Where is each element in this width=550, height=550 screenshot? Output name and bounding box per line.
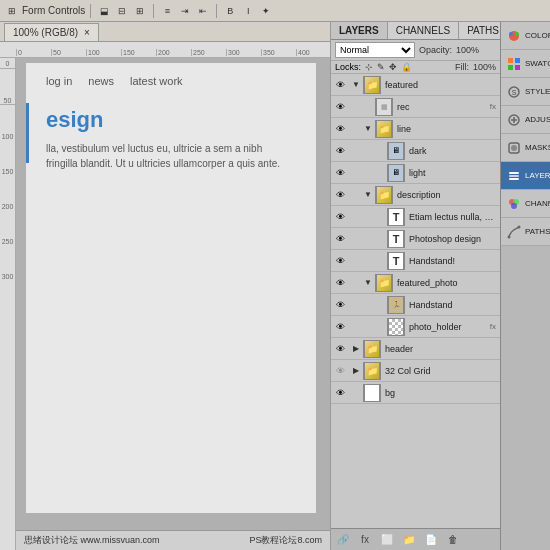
expand-icon[interactable]: ▼ (351, 80, 361, 90)
eye-icon[interactable]: 👁 (333, 166, 347, 180)
canvas-content[interactable]: log in news latest work esign lla, vesti… (16, 58, 330, 550)
eye-icon[interactable]: 👁 (333, 342, 347, 356)
tool-btn-adjust[interactable]: ADJUST (501, 106, 550, 134)
toolbar-justify[interactable]: ≡ (159, 3, 175, 19)
layer-name: Photoshop design (407, 234, 498, 244)
svg-point-1 (509, 32, 513, 36)
tool-btn-paths[interactable]: PATHS (501, 218, 550, 246)
fx-icon[interactable]: fx (357, 532, 373, 548)
eye-icon[interactable]: 👁 (333, 210, 347, 224)
layer-name: bg (383, 388, 498, 398)
toolbar-sep2 (153, 4, 154, 18)
lock-transparent-icon[interactable]: ⊹ (365, 62, 373, 72)
page-title: esign (26, 107, 316, 133)
toolbar-align-right[interactable]: ⊞ (132, 3, 148, 19)
layer-thumbnail: 📁 (375, 186, 393, 204)
status-bar: 思绪设计论坛 www.missvuan.com PS教程论坛8.com (16, 530, 330, 550)
layer-item[interactable]: 👁 ▦ rec fx (331, 96, 500, 118)
layer-item[interactable]: 👁 ▼ 📁 featured (331, 74, 500, 96)
toolbar-italic[interactable]: I (240, 3, 256, 19)
new-folder-icon[interactable]: 📁 (401, 532, 417, 548)
tab-close[interactable]: × (84, 27, 90, 38)
lock-pixels-icon[interactable]: ✎ (377, 62, 385, 72)
layer-item[interactable]: 👁 T Photoshop design (331, 228, 500, 250)
layer-thumbnail: 📁 (363, 362, 381, 380)
fill-label: Fill: (455, 62, 469, 72)
lock-position-icon[interactable]: ✥ (389, 62, 397, 72)
panel-tabs: LAYERS CHANNELS PATHS ▸ (331, 22, 500, 40)
toolbar-sep3 (216, 4, 217, 18)
layer-fx-badge: fx (490, 102, 496, 111)
layer-name: light (407, 168, 498, 178)
svg-point-21 (518, 225, 521, 228)
ruler-horizontal: 0 50 100 150 200 250 300 350 400 450 500 (0, 42, 330, 58)
toolbar-align-center[interactable]: ⊟ (114, 3, 130, 19)
layers-list[interactable]: 👁 ▼ 📁 featured 👁 ▦ rec fx 👁 ▼ 📁 line 👁 🖥… (331, 74, 500, 528)
svg-point-13 (511, 145, 517, 151)
eye-icon[interactable]: 👁 (333, 78, 347, 92)
layer-item[interactable]: 👁 ▼ 📁 featured_photo (331, 272, 500, 294)
layer-item[interactable]: 👁 🖥 light (331, 162, 500, 184)
toolbar-bold[interactable]: B (222, 3, 238, 19)
tab-channels[interactable]: CHANNELS (388, 22, 459, 39)
eye-icon[interactable]: 👁 (333, 386, 347, 400)
eye-icon[interactable]: 👁 (333, 276, 347, 290)
layer-item[interactable]: 👁 T Handstand! (331, 250, 500, 272)
tool-btn-color[interactable]: COLOR (501, 22, 550, 50)
expand-icon[interactable]: ▶ (351, 366, 361, 376)
layer-item[interactable]: 👁 ▶ 📁 header (331, 338, 500, 360)
layer-item[interactable]: 👁 bg (331, 382, 500, 404)
eye-icon[interactable]: 👁 (333, 298, 347, 312)
toolbar-align-left[interactable]: ⬓ (96, 3, 112, 19)
layer-name: featured_photo (395, 278, 498, 288)
ruler-tick-200: 200 (156, 49, 191, 56)
svg-rect-6 (515, 65, 520, 70)
tool-label-styles: STYLES (525, 87, 550, 96)
layer-item[interactable]: 👁 T Etiam lectus nulla, ves... (331, 206, 500, 228)
canvas-tab[interactable]: 100% (RGB/8) × (4, 23, 99, 41)
layer-item[interactable]: 👁 ▼ 📁 description (331, 184, 500, 206)
layer-item[interactable]: 👁 photo_holder fx (331, 316, 500, 338)
lock-all-icon[interactable]: 🔒 (401, 62, 412, 72)
opacity-label: Opacity: (419, 45, 452, 55)
accent-bar (26, 103, 29, 163)
nav-news[interactable]: news (88, 75, 114, 87)
tool-btn-styles[interactable]: S STYLES (501, 78, 550, 106)
blend-mode-row: Normal Multiply Screen Opacity: 100% (331, 40, 500, 61)
eye-icon[interactable]: 👁 (333, 188, 347, 202)
layer-name: Handstand (407, 300, 498, 310)
layers-icon (507, 169, 521, 183)
eye-icon[interactable]: 👁 (333, 144, 347, 158)
eye-icon[interactable]: 👁 (333, 232, 347, 246)
expand-icon[interactable]: ▼ (363, 278, 373, 288)
eye-icon[interactable]: 👁 (333, 364, 347, 378)
mask-icon[interactable]: ⬜ (379, 532, 395, 548)
expand-icon[interactable]: ▼ (363, 190, 373, 200)
layer-item[interactable]: 👁 ▼ 📁 line (331, 118, 500, 140)
expand-icon[interactable]: ▼ (363, 124, 373, 134)
layer-item[interactable]: 👁 ▶ 📁 32 Col Grid (331, 360, 500, 382)
tool-btn-swatches[interactable]: SWATCH (501, 50, 550, 78)
toolbar-extra[interactable]: ✦ (258, 3, 274, 19)
delete-icon[interactable]: 🗑 (445, 532, 461, 548)
tool-btn-layers[interactable]: LAYERS (501, 162, 550, 190)
blend-mode-select[interactable]: Normal Multiply Screen (335, 42, 415, 58)
layer-item[interactable]: 👁 🏃 Handstand (331, 294, 500, 316)
toolbar-outdent[interactable]: ⇤ (195, 3, 211, 19)
eye-icon[interactable]: 👁 (333, 122, 347, 136)
toolbar-indent[interactable]: ⇥ (177, 3, 193, 19)
eye-icon[interactable]: 👁 (333, 100, 347, 114)
tool-label-channels: CHANN. (525, 199, 550, 208)
tool-btn-masks[interactable]: MASKS (501, 134, 550, 162)
eye-icon[interactable]: 👁 (333, 320, 347, 334)
expand-icon[interactable]: ▶ (351, 344, 361, 354)
eye-icon[interactable]: 👁 (333, 254, 347, 268)
nav-login[interactable]: log in (46, 75, 72, 87)
link-icon[interactable]: 🔗 (335, 532, 351, 548)
nav-latest-work[interactable]: latest work (130, 75, 183, 87)
new-layer-icon[interactable]: 📄 (423, 532, 439, 548)
tab-layers[interactable]: LAYERS (331, 22, 388, 39)
paths-icon (507, 225, 521, 239)
layer-item[interactable]: 👁 🖥 dark (331, 140, 500, 162)
tool-btn-channels[interactable]: CHANN. (501, 190, 550, 218)
